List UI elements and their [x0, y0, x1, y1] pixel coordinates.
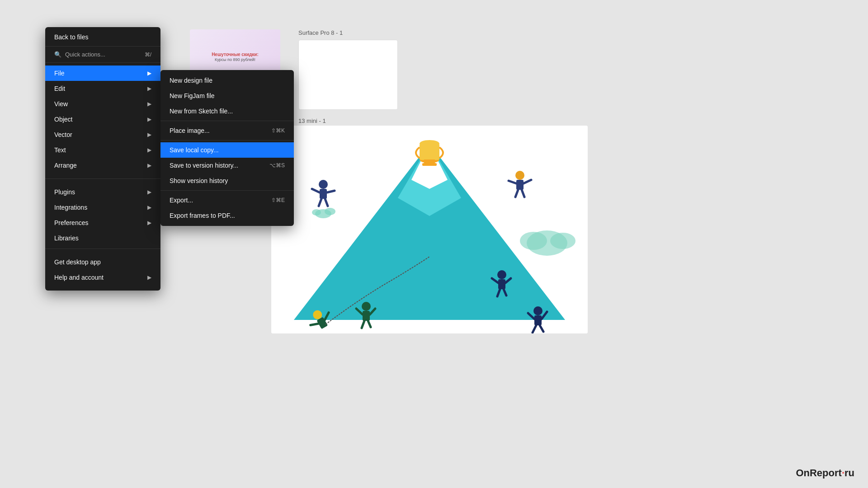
svg-rect-8	[422, 163, 437, 166]
menu-item-integrations-label: Integrations	[54, 204, 87, 211]
menu-item-plugins-label: Plugins	[54, 188, 75, 196]
submenu-item-new-design[interactable]: New design file	[160, 73, 294, 88]
menu-item-plugins-arrow: ▶	[147, 189, 151, 195]
quick-actions-input[interactable]: Quick actions...	[65, 51, 141, 58]
svg-point-26	[550, 233, 576, 249]
submenu-item-new-figjam[interactable]: New FigJam file	[160, 88, 294, 103]
watermark: OnReport·ru	[796, 467, 854, 479]
menu-separator-2	[45, 249, 160, 249]
menu-item-vector[interactable]: Vector ▶	[45, 127, 160, 142]
svg-point-27	[497, 270, 506, 279]
menu-item-text[interactable]: Text ▶	[45, 142, 160, 158]
menu-item-preferences[interactable]: Preferences ▶	[45, 215, 160, 230]
submenu-separator-2	[160, 140, 294, 141]
illustration-area	[271, 126, 588, 333]
submenu-item-place-image[interactable]: Place image... ⇧⌘K	[160, 123, 294, 138]
svg-rect-7	[424, 160, 435, 163]
submenu-new-from-sketch-label: New from Sketch file...	[170, 108, 233, 115]
search-icon: 🔍	[54, 51, 61, 58]
menu-item-help-arrow: ▶	[147, 274, 151, 281]
svg-point-33	[362, 302, 371, 311]
svg-point-16	[312, 209, 321, 216]
search-shortcut: ⌘/	[145, 52, 151, 58]
menu-item-get-desktop-label: Get desktop app	[54, 258, 101, 266]
main-menu-panel: Back to files 🔍 Quick actions... ⌘/ File…	[45, 27, 160, 291]
menu-separator-1	[45, 178, 160, 179]
back-to-files-button[interactable]: Back to files	[45, 27, 160, 47]
menu-item-edit-arrow: ▶	[147, 85, 151, 92]
menu-item-arrange-arrow: ▶	[147, 162, 151, 169]
svg-point-25	[520, 232, 547, 250]
menu-item-edit-label: Edit	[54, 85, 65, 92]
menu-item-get-desktop[interactable]: Get desktop app	[45, 254, 160, 270]
ipad-label: 13 mini - 1	[298, 117, 326, 124]
submenu-place-image-shortcut: ⇧⌘K	[271, 127, 285, 134]
surface-label: Surface Pro 8 - 1	[298, 29, 343, 36]
submenu-export-shortcut: ⇧⌘E	[271, 197, 285, 203]
submenu-separator-3	[160, 190, 294, 191]
submenu-export-frames-label: Export frames to PDF...	[170, 212, 235, 219]
menu-item-integrations-arrow: ▶	[147, 204, 151, 211]
menu-item-libraries-label: Libraries	[54, 235, 79, 242]
menu-item-view[interactable]: View ▶	[45, 96, 160, 112]
svg-point-43	[533, 306, 542, 315]
menu-item-plugins[interactable]: Plugins ▶	[45, 184, 160, 200]
menu-item-edit[interactable]: Edit ▶	[45, 81, 160, 96]
submenu-item-save-local[interactable]: Save local copy...	[160, 142, 294, 158]
submenu-place-image-label: Place image...	[170, 127, 210, 134]
menu-footer-items: Get desktop app Help and account ▶	[45, 252, 160, 285]
menu-item-vector-arrow: ▶	[147, 131, 151, 138]
menu-item-file-arrow: ▶	[147, 70, 151, 76]
svg-point-6	[420, 140, 439, 147]
menu-item-help-label: Help and account	[54, 274, 104, 281]
mountain-illustration	[271, 126, 588, 333]
svg-rect-10	[320, 189, 327, 199]
svg-point-9	[319, 180, 328, 189]
menu-bottom-items: Plugins ▶ Integrations ▶ Preferences ▶ L…	[45, 182, 160, 246]
svg-rect-28	[498, 279, 505, 289]
submenu-new-figjam-label: New FigJam file	[170, 92, 215, 99]
menu-item-object-label: Object	[54, 116, 72, 123]
watermark-suffix: ru	[844, 467, 854, 479]
submenu-show-version-label: Show version history	[170, 177, 228, 184]
submenu-separator-1	[160, 121, 294, 121]
menu-item-help[interactable]: Help and account ▶	[45, 270, 160, 285]
menu-item-file[interactable]: File ▶	[45, 66, 160, 81]
svg-point-17	[325, 208, 335, 215]
submenu-item-save-version[interactable]: Save to version history... ⌥⌘S	[160, 158, 294, 173]
menu-item-object-arrow: ▶	[147, 116, 151, 122]
submenu-item-show-version[interactable]: Show version history	[160, 173, 294, 188]
svg-rect-34	[363, 311, 370, 321]
menu-item-preferences-arrow: ▶	[147, 220, 151, 226]
menu-item-arrange[interactable]: Arrange ▶	[45, 158, 160, 173]
menu-item-libraries[interactable]: Libraries	[45, 230, 160, 246]
svg-rect-19	[516, 180, 524, 190]
menu-item-view-label: View	[54, 100, 68, 108]
menu-item-integrations[interactable]: Integrations ▶	[45, 200, 160, 215]
main-menu-items: File ▶ Edit ▶ View ▶ Object ▶ Vector ▶ T…	[45, 63, 160, 176]
svg-point-18	[515, 171, 524, 180]
submenu-save-version-shortcut: ⌥⌘S	[269, 162, 285, 169]
menu-item-text-label: Text	[54, 146, 66, 154]
menu-item-view-arrow: ▶	[147, 101, 151, 107]
thumb-promo-line1: Нешуточные скидки:	[212, 52, 259, 57]
submenu-item-export-frames[interactable]: Export frames to PDF...	[160, 208, 294, 223]
submenu-item-new-from-sketch[interactable]: New from Sketch file...	[160, 103, 294, 119]
menu-item-arrange-label: Arrange	[54, 162, 77, 169]
svg-rect-44	[534, 315, 542, 325]
watermark-brand: OnReport	[796, 467, 841, 479]
file-submenu: New design file New FigJam file New from…	[160, 70, 294, 226]
thumb-promo-line2: Курсы по 890 рублей!	[215, 57, 255, 62]
canvas-thumbnail-surface	[298, 40, 398, 110]
menu-item-preferences-label: Preferences	[54, 219, 88, 226]
surface-thumb-inner	[299, 40, 397, 49]
menu-item-object[interactable]: Object ▶	[45, 112, 160, 127]
submenu-new-design-label: New design file	[170, 77, 212, 84]
submenu-export-label: Export...	[170, 197, 193, 204]
menu-item-vector-label: Vector	[54, 131, 72, 138]
submenu-save-version-label: Save to version history...	[170, 162, 238, 169]
submenu-save-local-label: Save local copy...	[170, 146, 219, 154]
menu-item-text-arrow: ▶	[147, 147, 151, 153]
quick-actions-bar[interactable]: 🔍 Quick actions... ⌘/	[45, 47, 160, 63]
submenu-item-export[interactable]: Export... ⇧⌘E	[160, 192, 294, 208]
